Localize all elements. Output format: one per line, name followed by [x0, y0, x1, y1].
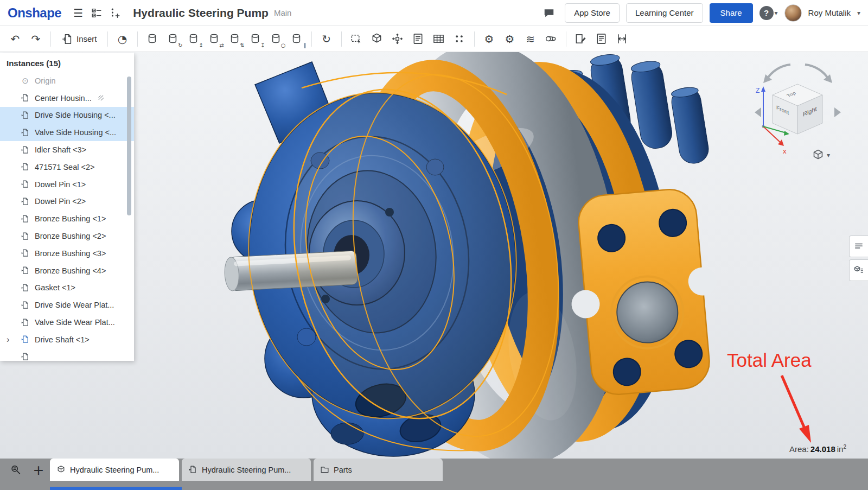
instance-row-center-housing[interactable]: Center Housin... — [0, 90, 134, 107]
instances-panel: Instances (15) ⊙ Origin Center Housin...… — [0, 53, 134, 361]
instance-row-bronze-bushing-3[interactable]: Bronze Bushing <3> — [0, 245, 134, 262]
instance-row-partial[interactable] — [0, 348, 134, 361]
redo-button[interactable]: ↷ — [26, 29, 46, 49]
caret-down-icon: ▾ — [827, 151, 830, 159]
instance-row-bronze-bushing-2[interactable]: Bronze Bushing <2> — [0, 227, 134, 245]
part-instance-icon — [21, 301, 30, 310]
undo-button[interactable]: ↶ — [5, 29, 25, 49]
part-instance-icon — [21, 180, 30, 189]
z-axis-label: Z — [756, 87, 760, 94]
slider-mate-button[interactable]: ↕ — [184, 29, 203, 49]
right-panel-notes-button[interactable] — [849, 236, 868, 257]
active-tab-indicator — [50, 487, 182, 490]
part-instance-icon — [21, 111, 30, 120]
planar-mate-icon — [208, 33, 220, 45]
ball-mate-button[interactable]: ○ — [266, 29, 286, 49]
parallel-mate-button[interactable]: ∥ — [287, 29, 307, 49]
search-tabs-button[interactable] — [4, 459, 27, 481]
instance-row-drive-side-wear-plate[interactable]: Drive Side Wear Plat... — [0, 296, 134, 314]
extract-part-button[interactable] — [367, 29, 387, 49]
add-tab-button[interactable]: + — [27, 459, 50, 481]
instance-row-origin[interactable]: ⊙ Origin — [0, 72, 134, 90]
gear-relation-button[interactable]: ⚙ — [480, 29, 499, 49]
tab-hydraulic-steering-pump-part-studio[interactable]: Hydraulic Steering Pum... — [182, 459, 311, 481]
measure-button[interactable] — [612, 29, 632, 49]
instance-row-drive-side-housing[interactable]: Drive Side Housing <... — [0, 107, 134, 124]
onshape-logo[interactable]: Onshape — [8, 5, 61, 21]
app-store-button[interactable]: App Store — [565, 3, 620, 23]
element-checklist-icon[interactable] — [87, 4, 106, 22]
named-positions-button[interactable]: ◔ — [113, 29, 132, 49]
part-instance-icon — [21, 162, 30, 171]
rotate-tool-button[interactable]: ↻ — [317, 29, 336, 49]
document-title: Hydraulic Steering Pump — [133, 7, 269, 20]
tab-hydraulic-steering-pump-assembly[interactable]: Hydraulic Steering Pum... — [50, 459, 179, 481]
planar-mate-button[interactable]: ⇄ — [205, 29, 224, 49]
instance-row-valve-side-wear-plate[interactable]: Valve Side Wear Plat... — [0, 314, 134, 331]
user-name[interactable]: Roy Mutalik — [808, 8, 851, 17]
avatar[interactable] — [784, 4, 802, 22]
belt-relation-icon — [545, 33, 557, 45]
part-instance-icon — [21, 145, 30, 155]
fastened-mate-button[interactable] — [143, 29, 162, 49]
learning-center-button[interactable]: Learning Center — [626, 3, 703, 23]
area-readout: Area:24.018in2 — [789, 444, 846, 454]
revolute-mate-button[interactable]: ↻ — [163, 29, 183, 49]
chevron-right-icon[interactable]: › — [7, 334, 10, 345]
area-value: 24.018 — [810, 444, 835, 454]
toolbar-separator — [341, 31, 342, 47]
assembly-tab-icon — [56, 465, 66, 474]
instance-row-dowel-pin-2[interactable]: Dowel Pin <2> — [0, 193, 134, 211]
instance-row-seal[interactable]: 471571 Seal <2> — [0, 158, 134, 176]
create-drawing-button[interactable] — [571, 29, 591, 49]
area-unit: in — [837, 444, 844, 454]
insert-icon — [61, 33, 73, 45]
display-states-button[interactable] — [592, 29, 611, 49]
instance-row-idler-shaft[interactable]: Idler Shaft <3> — [0, 141, 134, 158]
follow-mode-icon[interactable] — [106, 4, 124, 22]
belt-relation-button[interactable] — [541, 29, 561, 49]
screw-relation-button[interactable]: ≋ — [521, 29, 540, 49]
cylindrical-mate-button[interactable]: ⇅ — [225, 29, 245, 49]
area-exponent: 2 — [843, 444, 846, 450]
cylindrical-mate-icon — [228, 33, 241, 45]
caret-down-icon: ▾ — [775, 9, 778, 17]
help-icon[interactable]: ? — [760, 6, 774, 20]
bom-table-button[interactable] — [429, 29, 449, 49]
instance-row-dowel-pin-1[interactable]: Dowel Pin <1> — [0, 176, 134, 193]
x-axis-label: x — [783, 147, 787, 155]
ball-mate-icon — [270, 33, 282, 45]
caret-down-icon: ▾ — [857, 9, 860, 17]
view-options-button[interactable]: ▾ — [812, 149, 830, 162]
toolbar-separator — [107, 31, 108, 47]
named-views-icon — [412, 33, 424, 45]
pin-slot-mate-button[interactable]: ↧ — [246, 29, 265, 49]
measure-icon — [616, 33, 628, 45]
pattern-button[interactable] — [450, 29, 469, 49]
instance-row-gasket[interactable]: Gasket <1> — [0, 279, 134, 297]
instance-row-bronze-bushing-1[interactable]: Bronze Bushing <1> — [0, 210, 134, 227]
instance-row-bronze-bushing-4[interactable]: Bronze Bushing <4> — [0, 262, 134, 279]
comments-icon[interactable] — [540, 4, 558, 22]
instance-row-valve-side-housing[interactable]: Valve Side Housing <... — [0, 124, 134, 141]
toolbar-separator — [566, 31, 566, 47]
cam-follower-relation-button[interactable]: ⚙ — [500, 29, 520, 49]
named-views-button[interactable] — [409, 29, 428, 49]
panel-scrollbar[interactable] — [127, 77, 131, 215]
part-instance-icon — [21, 232, 30, 241]
box-select-icon — [350, 33, 362, 45]
box-select-button[interactable] — [347, 29, 366, 49]
share-button[interactable]: Share — [710, 3, 753, 23]
section-hatch-icon — [97, 94, 105, 102]
view-mode-cube-icon — [812, 149, 825, 162]
right-panel-parts-button[interactable] — [849, 259, 868, 281]
hamburger-menu-icon[interactable]: ☰ — [69, 4, 87, 22]
part-instance-icon — [21, 283, 30, 292]
insert-button[interactable]: Insert — [56, 29, 103, 49]
instance-row-drive-shaft[interactable]: › Drive Shaft <1> — [0, 331, 134, 348]
revolute-mate-icon — [167, 33, 179, 45]
help-menu[interactable]: ? ▾ — [760, 6, 778, 20]
view-cube[interactable]: Top Front Right Z x — [750, 56, 845, 164]
exploded-view-button[interactable] — [388, 29, 407, 49]
tab-parts[interactable]: Parts — [314, 459, 443, 481]
